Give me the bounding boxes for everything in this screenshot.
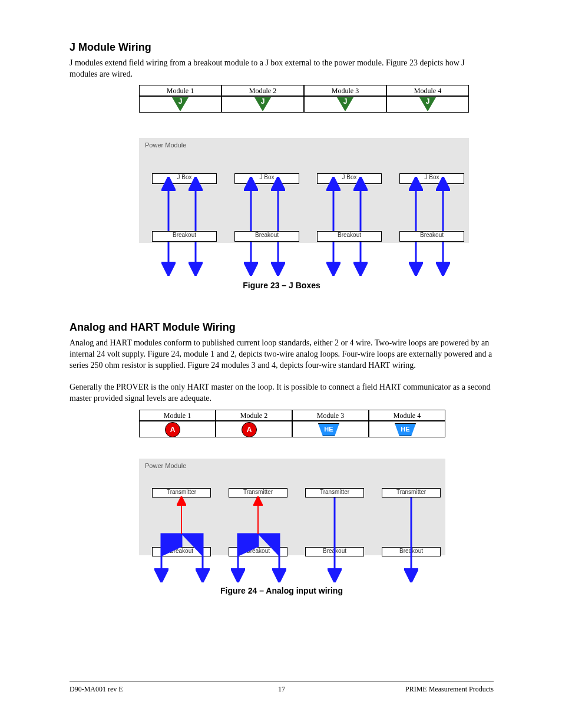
body-text: Analog and HART modules conform to publi… — [70, 338, 494, 371]
footer-rule — [70, 681, 494, 681]
body-text: Generally the PROVER is the only HART ma… — [70, 382, 494, 404]
a-badge-icon: A — [242, 422, 257, 437]
wiring-arrows — [139, 459, 469, 588]
section-heading: Analog and HART Module Wiring — [70, 321, 236, 334]
figure-caption: Figure 23 – J Boxes — [70, 281, 494, 290]
body-text: J modules extend field wiring from a bre… — [70, 58, 494, 80]
section-heading: J Module Wiring — [70, 41, 151, 54]
a-badge-icon: A — [165, 422, 180, 437]
j-badge-label: J — [172, 97, 189, 106]
figure-caption: Figure 24 – Analog input wiring — [70, 586, 494, 595]
footer-right: PRIME Measurement Products — [405, 685, 494, 694]
wiring-arrows — [139, 138, 469, 274]
